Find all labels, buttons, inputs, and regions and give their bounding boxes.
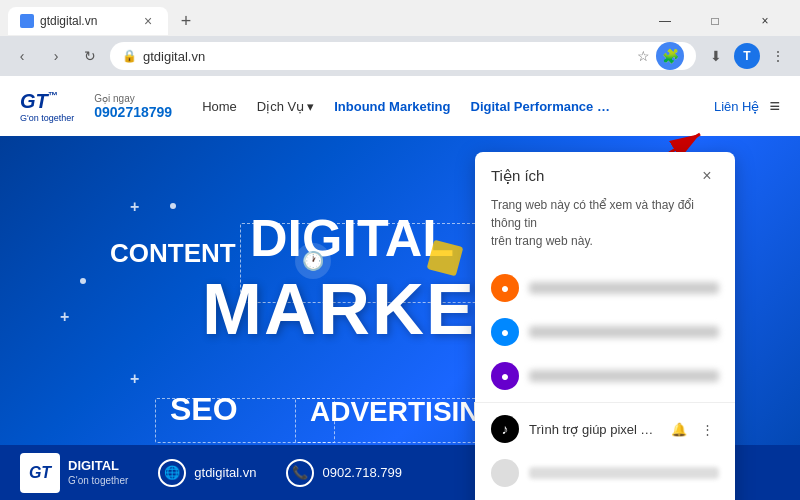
ext-icon-3: ● — [491, 362, 519, 390]
popup-description: Trang web này có thể xem và thay đổi thô… — [475, 196, 735, 262]
ext-label-blurred-2 — [529, 326, 719, 338]
new-tab-button[interactable]: + — [172, 7, 200, 35]
divider — [475, 402, 735, 403]
list-item-tiktok[interactable]: ♪ Trình trợ giúp pixel TikT... 🔔 ⋮ — [475, 407, 735, 451]
clock-icon: 🕐 — [295, 243, 331, 279]
nav-contact: Gọi ngay 0902718799 — [94, 93, 172, 120]
nav-logo: GT™ G'on together — [20, 90, 74, 123]
browser-chrome: gtdigital.vn × + — □ × ‹ › ↻ 🔒 gtdigital… — [0, 0, 800, 76]
word-digital: DIGITAL — [250, 208, 454, 268]
footer-phone-text[interactable]: 0902.718.799 — [322, 465, 402, 480]
list-item[interactable]: ● — [475, 310, 735, 354]
tiktok-actions: 🔔 ⋮ — [667, 417, 719, 441]
list-item[interactable]: ● — [475, 354, 735, 398]
globe-icon: 🌐 — [158, 459, 186, 487]
popup-title: Tiện ích — [491, 167, 695, 185]
toolbar-icons: ⬇ T ⋮ — [702, 42, 792, 70]
puzzle-icon: 🧩 — [662, 48, 679, 64]
popup-desc-line1: Trang web này có thể xem và thay đổi thô… — [491, 198, 694, 230]
tab-favicon — [20, 14, 34, 28]
window-controls: — □ × — [642, 7, 792, 35]
popup-desc-line2: trên trang web này. — [491, 234, 593, 248]
list-item[interactable] — [475, 495, 735, 500]
footer-website-text[interactable]: gtdigital.vn — [194, 465, 256, 480]
extension-popup: Tiện ích × Trang web này có thể xem và t… — [475, 152, 735, 500]
ext-label-blurred-1 — [529, 282, 719, 294]
lock-icon: 🔒 — [122, 49, 137, 63]
hamburger-menu[interactable]: ≡ — [769, 96, 780, 117]
list-item[interactable] — [475, 451, 735, 495]
back-button[interactable]: ‹ — [8, 42, 36, 70]
profile-avatar[interactable]: T — [734, 43, 760, 69]
minimize-button[interactable]: — — [642, 7, 688, 35]
word-advertising: ADVERTISING — [310, 396, 501, 428]
nav-right: Liên Hệ ≡ — [714, 96, 780, 117]
active-tab[interactable]: gtdigital.vn × — [8, 7, 168, 35]
footer-brand: GT — [29, 464, 51, 482]
nav-dich-vu-arrow: ▾ — [307, 99, 314, 114]
address-text: gtdigital.vn — [143, 49, 631, 64]
ext-label-blurred-3 — [529, 370, 719, 382]
nav-dich-vu[interactable]: Dịch Vụ ▾ — [257, 99, 314, 114]
extension-button[interactable]: 🧩 — [656, 42, 684, 70]
dot-2 — [80, 278, 86, 284]
blurred-icon-4 — [491, 459, 519, 487]
logo-tagline: G'on together — [20, 113, 74, 123]
nav-dich-vu-label: Dịch Vụ — [257, 99, 304, 114]
website-content: GT™ G'on together Gọi ngay 0902718799 Ho… — [0, 76, 800, 500]
tab-close-button[interactable]: × — [140, 13, 156, 29]
bookmark-icon[interactable]: ☆ — [637, 48, 650, 64]
ext-icon-1: ● — [491, 274, 519, 302]
tab-bar: gtdigital.vn × + — □ × — [0, 0, 800, 36]
dot-1 — [170, 203, 176, 209]
footer-logo-icon: GT — [20, 453, 60, 493]
tab-title: gtdigital.vn — [40, 14, 97, 28]
tiktok-icon: ♪ — [491, 415, 519, 443]
tiktok-bell-btn[interactable]: 🔔 — [667, 417, 691, 441]
footer-brand-name: DIGITAL — [68, 458, 128, 475]
word-content: CONTENT — [110, 238, 236, 269]
plus-2: + — [60, 308, 69, 326]
site-nav: GT™ G'on together Gọi ngay 0902718799 Ho… — [0, 76, 800, 136]
footer-phone: 📞 0902.718.799 — [286, 459, 402, 487]
list-item[interactable]: ● — [475, 266, 735, 310]
download-icon[interactable]: ⬇ — [702, 42, 730, 70]
ext-icon-2: ● — [491, 318, 519, 346]
contact-label: Gọi ngay — [94, 93, 172, 104]
footer-tagline: G'on together — [68, 474, 128, 487]
extension-list: ● ● ● ♪ Trình trợ giúp pixel TikT... 🔔 — [475, 262, 735, 500]
popup-header: Tiện ích × — [475, 152, 735, 196]
logo-brand: GT™ — [20, 90, 74, 113]
menu-icon[interactable]: ⋮ — [764, 42, 792, 70]
footer-logo: GT DIGITAL G'on together — [20, 453, 128, 493]
phone-icon: 📞 — [286, 459, 314, 487]
address-bar-row: ‹ › ↻ 🔒 gtdigital.vn ☆ 🧩 ⬇ T ⋮ — [0, 36, 800, 76]
maximize-button[interactable]: □ — [692, 7, 738, 35]
address-bar[interactable]: 🔒 gtdigital.vn ☆ 🧩 — [110, 42, 696, 70]
contact-phone[interactable]: 0902718799 — [94, 104, 172, 120]
nav-lien-he[interactable]: Liên Hệ — [714, 99, 760, 114]
refresh-button[interactable]: ↻ — [76, 42, 104, 70]
blurred-label-4 — [529, 467, 719, 479]
plus-1: + — [130, 198, 139, 216]
close-button[interactable]: × — [742, 7, 788, 35]
forward-button[interactable]: › — [42, 42, 70, 70]
nav-digital-perf[interactable]: Digital Performance Mark — [471, 99, 611, 114]
popup-close-button[interactable]: × — [695, 164, 719, 188]
nav-inbound[interactable]: Inbound Marketing — [334, 99, 450, 114]
tiktok-more-btn[interactable]: ⋮ — [695, 417, 719, 441]
word-seo: SEO — [170, 391, 238, 428]
nav-links: Home Dịch Vụ ▾ Inbound Marketing Digital… — [202, 99, 714, 114]
footer-website: 🌐 gtdigital.vn — [158, 459, 256, 487]
tiktok-label: Trình trợ giúp pixel TikT... — [529, 422, 657, 437]
plus-3: + — [130, 370, 139, 388]
footer-logo-text: DIGITAL G'on together — [68, 458, 128, 488]
nav-home[interactable]: Home — [202, 99, 237, 114]
